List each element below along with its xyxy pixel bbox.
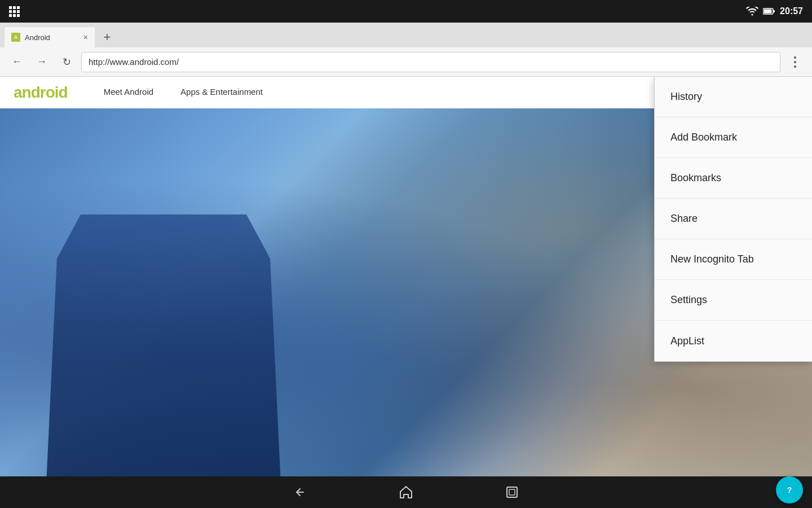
wifi-icon	[746, 7, 758, 16]
url-input[interactable]	[81, 52, 780, 72]
nav-item-meet-android[interactable]: Meet Android	[90, 77, 167, 108]
bottom-recents-button[interactable]	[504, 484, 520, 500]
status-time: 20:57	[780, 6, 803, 16]
new-tab-button[interactable]: +	[97, 27, 117, 47]
status-bar-left	[9, 6, 20, 17]
bottom-nav: ?	[0, 476, 812, 508]
refresh-button[interactable]: ↻	[56, 52, 77, 72]
context-menu: History Add Bookmark Bookmarks Share New…	[654, 77, 812, 362]
svg-text:?: ?	[787, 485, 792, 494]
active-tab[interactable]: A Android ×	[5, 27, 95, 47]
person-silhouette	[45, 214, 282, 476]
android-logo: android	[14, 84, 68, 102]
tab-favicon: A	[11, 33, 20, 42]
forward-button[interactable]: →	[32, 52, 52, 72]
grid-icon	[9, 6, 20, 17]
tab-label: Android	[25, 33, 50, 42]
status-bar: 20:57	[0, 0, 812, 23]
content-area: android Meet Android Apps & Entertainmen…	[0, 77, 812, 476]
menu-button[interactable]	[785, 52, 805, 72]
back-button[interactable]: ←	[7, 52, 27, 72]
svg-rect-1	[764, 10, 772, 14]
nav-item-apps-entertainment[interactable]: Apps & Entertainment	[167, 77, 276, 108]
status-bar-right: 20:57	[746, 6, 803, 16]
menu-item-settings[interactable]: Settings	[655, 280, 812, 321]
bottom-home-button[interactable]	[398, 484, 414, 500]
menu-item-new-incognito-tab[interactable]: New Incognito Tab	[655, 239, 812, 280]
menu-item-add-bookmark[interactable]: Add Bookmark	[655, 117, 812, 158]
svg-rect-3	[507, 487, 517, 497]
battery-icon	[763, 7, 775, 15]
tab-close-button[interactable]: ×	[83, 33, 88, 42]
menu-item-share[interactable]: Share	[655, 199, 812, 239]
three-dots-icon	[794, 56, 796, 68]
menu-item-applist[interactable]: AppList	[655, 321, 812, 361]
menu-item-history[interactable]: History	[655, 77, 812, 117]
fab-button[interactable]: ?	[776, 476, 803, 503]
svg-rect-2	[773, 10, 775, 12]
menu-item-bookmarks[interactable]: Bookmarks	[655, 158, 812, 199]
bottom-back-button[interactable]	[292, 484, 308, 500]
nav-bar: ← → ↻	[0, 47, 812, 77]
svg-rect-4	[509, 489, 515, 495]
tab-bar: A Android × +	[0, 23, 812, 47]
